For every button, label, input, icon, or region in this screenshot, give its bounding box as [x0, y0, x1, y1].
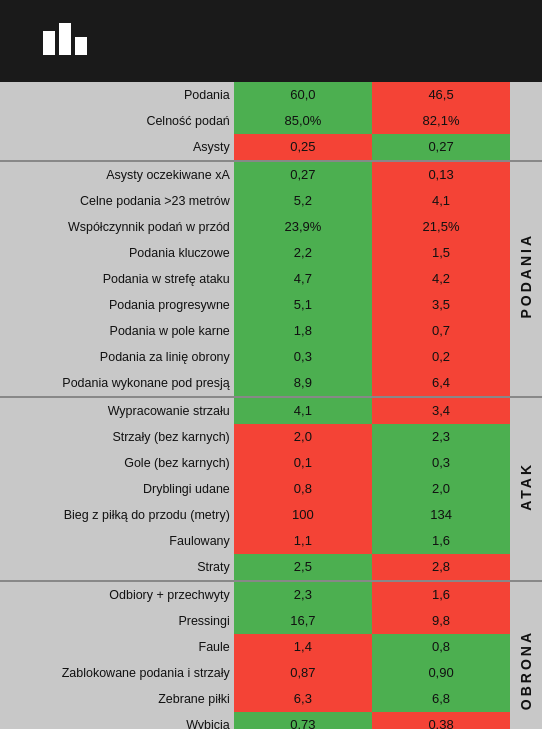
table-row: Strzały (bez karnych)2,02,3	[0, 424, 542, 450]
zielinski-value: 4,1	[372, 188, 510, 214]
stat-label: Współczynnik podań w przód	[0, 214, 234, 240]
bar2	[59, 23, 71, 55]
stat-label: Celne podania >23 metrów	[0, 188, 234, 214]
logo-icon	[43, 23, 87, 55]
table-row: Asysty oczekiwane xA0,270,13PODANIA	[0, 161, 542, 188]
stat-label: Podania	[0, 82, 234, 108]
table-row: Gole (bez karnych)0,10,3	[0, 450, 542, 476]
ramsey-value: 5,2	[234, 188, 372, 214]
table-row: Podania w strefę ataku4,74,2	[0, 266, 542, 292]
table-row: Współczynnik podań w przód23,9%21,5%	[0, 214, 542, 240]
table-row: Podania60,046,5	[0, 82, 542, 108]
zielinski-value: 6,8	[372, 686, 510, 712]
zielinski-value: 3,5	[372, 292, 510, 318]
zielinski-value: 1,5	[372, 240, 510, 266]
ramsey-value: 1,1	[234, 528, 372, 554]
zielinski-value: 0,27	[372, 134, 510, 161]
ramsey-value: 0,8	[234, 476, 372, 502]
ramsey-value: 2,0	[234, 424, 372, 450]
zielinski-value: 6,4	[372, 370, 510, 397]
ramsey-value: 0,3	[234, 344, 372, 370]
table-row: Podania progresywne5,13,5	[0, 292, 542, 318]
ramsey-value: 1,8	[234, 318, 372, 344]
ramsey-value: 1,4	[234, 634, 372, 660]
table-row: Bieg z piłką do przodu (metry)100134	[0, 502, 542, 528]
ramsey-value: 2,2	[234, 240, 372, 266]
stat-label: Podania w strefę ataku	[0, 266, 234, 292]
ramsey-value: 0,87	[234, 660, 372, 686]
stat-label: Podania kluczowe	[0, 240, 234, 266]
table-row: Podania za linię obrony0,30,2	[0, 344, 542, 370]
stat-label: Straty	[0, 554, 234, 581]
table-row: Zablokowane podania i strzały0,870,90	[0, 660, 542, 686]
table-row: Pressingi16,79,8	[0, 608, 542, 634]
ramsey-value: 16,7	[234, 608, 372, 634]
ramsey-value: 0,25	[234, 134, 372, 161]
zielinski-value: 134	[372, 502, 510, 528]
header	[0, 0, 542, 82]
stat-label: Asysty	[0, 134, 234, 161]
stat-label: Bieg z piłką do przodu (metry)	[0, 502, 234, 528]
zielinski-value: 82,1%	[372, 108, 510, 134]
main-container: Podania60,046,5Celność podań85,0%82,1%As…	[0, 0, 542, 729]
stat-label: Dryblingi udane	[0, 476, 234, 502]
stat-label: Celność podań	[0, 108, 234, 134]
section-side-label: ATAK	[510, 397, 542, 581]
table-row: Podania wykonane pod presją8,96,4	[0, 370, 542, 397]
ramsey-value: 2,3	[234, 581, 372, 608]
stats-table: Podania60,046,5Celność podań85,0%82,1%As…	[0, 82, 542, 729]
stat-label: Zebrane piłki	[0, 686, 234, 712]
table-row: Asysty0,250,27	[0, 134, 542, 161]
ramsey-value: 60,0	[234, 82, 372, 108]
ramsey-value: 0,73	[234, 712, 372, 729]
ramsey-value: 6,3	[234, 686, 372, 712]
table-row: Faulowany1,11,6	[0, 528, 542, 554]
stat-label: Strzały (bez karnych)	[0, 424, 234, 450]
zielinski-value: 2,8	[372, 554, 510, 581]
zielinski-value: 0,7	[372, 318, 510, 344]
logo-area	[10, 23, 120, 59]
ramsey-value: 2,5	[234, 554, 372, 581]
section-side-label: PODANIA	[510, 161, 542, 397]
table-row: Celność podań85,0%82,1%	[0, 108, 542, 134]
table-row: Straty2,52,8	[0, 554, 542, 581]
zielinski-value: 0,2	[372, 344, 510, 370]
stat-label: Zablokowane podania i strzały	[0, 660, 234, 686]
zielinski-value: 21,5%	[372, 214, 510, 240]
zielinski-value: 1,6	[372, 528, 510, 554]
stat-label: Wybicia	[0, 712, 234, 729]
ramsey-value: 23,9%	[234, 214, 372, 240]
table-row: Zebrane piłki6,36,8	[0, 686, 542, 712]
table-row: Dryblingi udane0,82,0	[0, 476, 542, 502]
zielinski-value: 0,8	[372, 634, 510, 660]
stat-label: Faulowany	[0, 528, 234, 554]
zielinski-value: 46,5	[372, 82, 510, 108]
ramsey-value: 0,27	[234, 161, 372, 188]
ramsey-value: 85,0%	[234, 108, 372, 134]
stat-label: Asysty oczekiwane xA	[0, 161, 234, 188]
section-side-label: OBRONA	[510, 581, 542, 729]
ramsey-value: 5,1	[234, 292, 372, 318]
zielinski-value: 0,90	[372, 660, 510, 686]
ramsey-value: 4,7	[234, 266, 372, 292]
table-row: Celne podania >23 metrów5,24,1	[0, 188, 542, 214]
stat-label: Podania za linię obrony	[0, 344, 234, 370]
zielinski-value: 4,2	[372, 266, 510, 292]
table-row: Podania kluczowe2,21,5	[0, 240, 542, 266]
table-row: Faule1,40,8	[0, 634, 542, 660]
bar1	[43, 31, 55, 55]
zielinski-value: 0,38	[372, 712, 510, 729]
zielinski-value: 2,0	[372, 476, 510, 502]
bar3	[75, 37, 87, 55]
table-row: Podania w pole karne1,80,7	[0, 318, 542, 344]
ramsey-value: 4,1	[234, 397, 372, 424]
zielinski-value: 3,4	[372, 397, 510, 424]
zielinski-value: 0,3	[372, 450, 510, 476]
ramsey-value: 100	[234, 502, 372, 528]
table-row: Wybicia0,730,38	[0, 712, 542, 729]
ramsey-value: 8,9	[234, 370, 372, 397]
table-row: Odbiory + przechwyty2,31,6OBRONA	[0, 581, 542, 608]
stat-label: Wypracowanie strzału	[0, 397, 234, 424]
stat-label: Podania progresywne	[0, 292, 234, 318]
ramsey-value: 0,1	[234, 450, 372, 476]
